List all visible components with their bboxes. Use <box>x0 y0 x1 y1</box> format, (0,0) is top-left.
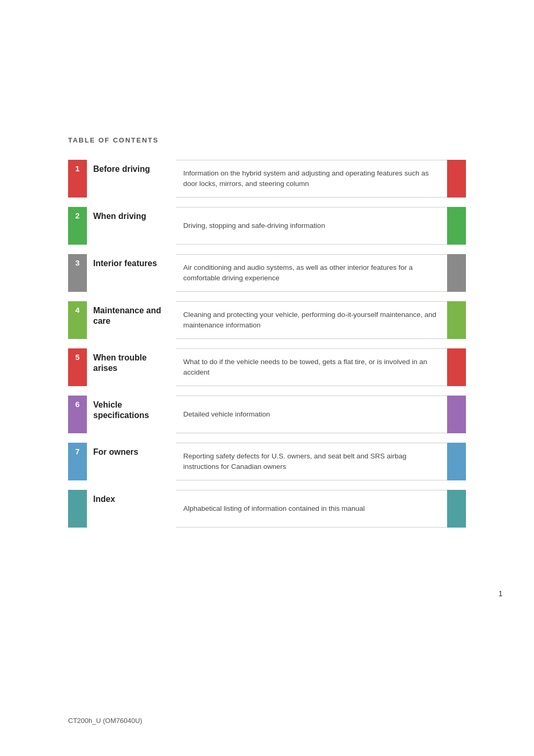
chapter-description: Detailed vehicle information <box>176 396 447 433</box>
footer-text: CT200h_U (OM76040U) <box>68 717 142 725</box>
chapter-color-bar <box>447 490 466 528</box>
chapter-number: 4 <box>68 301 87 339</box>
toc-title: TABLE OF CONTENTS <box>68 136 466 144</box>
chapter-number: 5 <box>68 348 87 386</box>
chapter-number: 1 <box>68 160 87 198</box>
chapter-description: Cleaning and protecting your vehicle, pe… <box>176 301 447 339</box>
toc-item[interactable]: 6Vehicle specificationsDetailed vehicle … <box>68 396 466 433</box>
toc-item[interactable]: 3Interior featuresAir conditioning and a… <box>68 254 466 292</box>
chapter-description: Air conditioning and audio systems, as w… <box>176 254 447 292</box>
chapter-description: What to do if the vehicle needs to be to… <box>176 348 447 386</box>
chapter-name: Maintenance and care <box>87 301 176 339</box>
chapter-color-bar <box>447 443 466 480</box>
page-container: TABLE OF CONTENTS 1Before drivingInforma… <box>0 0 534 579</box>
chapter-name: When driving <box>87 207 176 245</box>
chapter-color-bar <box>447 160 466 198</box>
chapter-name: Index <box>87 490 176 528</box>
chapter-description: Information on the hybrid system and adj… <box>176 160 447 198</box>
chapter-number: 2 <box>68 207 87 245</box>
chapter-name: When trouble arises <box>87 348 176 386</box>
toc-item[interactable]: 4Maintenance and careCleaning and protec… <box>68 301 466 339</box>
toc-item[interactable]: 7For ownersReporting safety defects for … <box>68 443 466 480</box>
chapter-color-bar <box>447 301 466 339</box>
toc-item[interactable]: IndexAlphabetical listing of information… <box>68 490 466 528</box>
chapter-name: For owners <box>87 443 176 480</box>
chapter-color-bar <box>447 207 466 245</box>
toc-list: 1Before drivingInformation on the hybrid… <box>68 160 466 537</box>
page-number: 1 <box>0 589 534 598</box>
chapter-name: Interior features <box>87 254 176 292</box>
chapter-number: 6 <box>68 396 87 433</box>
toc-item[interactable]: 1Before drivingInformation on the hybrid… <box>68 160 466 198</box>
chapter-name: Before driving <box>87 160 176 198</box>
chapter-color-bar <box>447 396 466 433</box>
chapter-description: Alphabetical listing of information cont… <box>176 490 447 528</box>
chapter-description: Reporting safety defects for U.S. owners… <box>176 443 447 480</box>
chapter-description: Driving, stopping and safe-driving infor… <box>176 207 447 245</box>
chapter-number <box>68 490 87 528</box>
chapter-number: 7 <box>68 443 87 480</box>
toc-item[interactable]: 2When drivingDriving, stopping and safe-… <box>68 207 466 245</box>
chapter-color-bar <box>447 348 466 386</box>
chapter-name: Vehicle specifications <box>87 396 176 433</box>
chapter-number: 3 <box>68 254 87 292</box>
chapter-color-bar <box>447 254 466 292</box>
toc-item[interactable]: 5When trouble arisesWhat to do if the ve… <box>68 348 466 386</box>
